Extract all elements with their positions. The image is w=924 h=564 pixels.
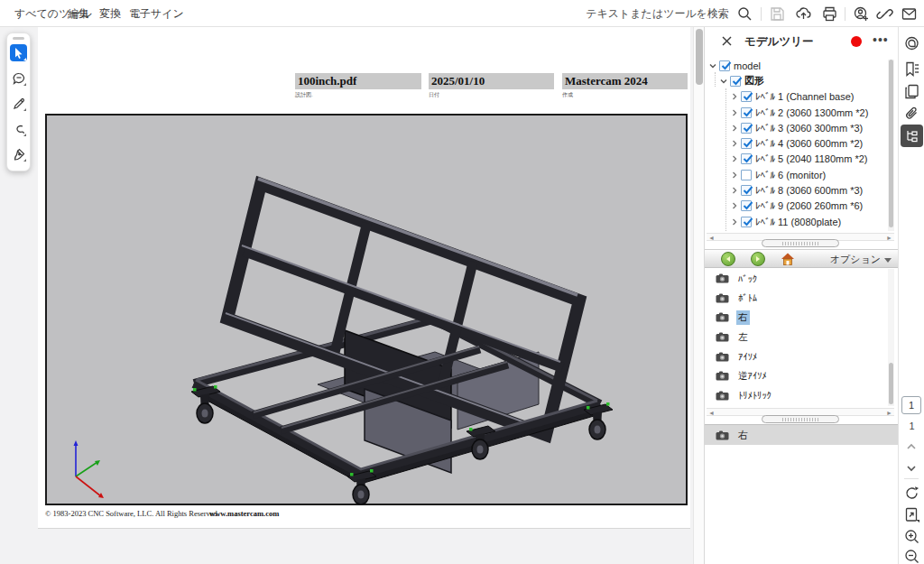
page-number-input[interactable]: 1 [901,396,921,414]
menu-esign[interactable]: 電子サイン [125,0,188,27]
website-link[interactable]: www.mastercam.com [209,509,279,518]
rotate-view-icon[interactable] [904,485,919,501]
visibility-checkbox[interactable] [741,170,752,180]
previous-page-chevron-icon[interactable] [907,442,916,451]
chevron-right-icon[interactable] [730,108,739,117]
more-options-icon[interactable]: ••• [873,32,889,47]
search-label[interactable]: テキストまたはツールを検索 [586,0,729,27]
scrollbar-thumb[interactable] [696,29,703,85]
tree-node[interactable]: ﾚﾍﾞﾙ 11 (8080plate) [705,214,885,229]
visibility-checkbox[interactable] [741,107,752,118]
visibility-checkbox[interactable] [741,185,752,196]
search-icon[interactable] [737,6,753,22]
attachments-icon[interactable] [904,106,919,122]
tree-node-label[interactable]: ﾚﾍﾞﾙ 8 (3060 600mm *3) [755,185,863,196]
chevron-right-icon[interactable] [730,217,739,227]
scroll-right-arrow-icon[interactable]: ► [886,410,892,416]
sign-tool-button[interactable] [10,145,27,162]
visibility-checkbox[interactable] [730,76,741,87]
view-list-item[interactable]: ﾊﾞｯｸ [705,269,885,289]
close-icon[interactable] [721,35,733,47]
comment-tool-button[interactable] [10,69,27,87]
link-icon[interactable] [877,6,892,22]
visibility-checkbox[interactable] [741,200,752,211]
view-list-item[interactable]: ｱｲｿﾒ [705,347,885,366]
chevron-right-icon[interactable] [730,186,739,195]
options-dropdown[interactable]: オプション [830,253,892,266]
views-scrollbar[interactable] [888,269,894,406]
share-person-add-icon[interactable] [854,6,869,22]
view-list-item[interactable]: 右 [705,308,885,328]
view-label[interactable]: 右 [736,310,750,325]
document-scrollbar[interactable] [693,27,704,564]
view-label[interactable]: ﾄﾘﾒﾄﾘｯｸ [736,389,773,402]
tree-node-label[interactable]: ﾚﾍﾞﾙ 4 (3060 600mm *2) [755,138,863,149]
scroll-left-arrow-icon[interactable]: ◄ [708,235,715,241]
view-label[interactable]: 左 [736,330,750,345]
visibility-checkbox[interactable] [741,123,752,134]
comments-icon[interactable] [904,36,919,51]
chevron-down-icon[interactable] [719,77,728,86]
chevron-right-icon[interactable] [730,139,739,148]
tree-node-label[interactable]: model [734,60,761,71]
upload-cloud-icon[interactable] [796,6,811,22]
view-list-item[interactable]: ﾄﾘﾒﾄﾘｯｸ [705,386,885,406]
current-view-bar[interactable]: 右 [705,424,899,445]
previous-view-button[interactable] [721,252,735,266]
tree-node[interactable]: ﾚﾍﾞﾙ 6 (monitor) [705,167,885,182]
zoom-out-icon[interactable] [904,549,919,564]
chevron-right-icon[interactable] [730,124,739,133]
visibility-checkbox[interactable] [741,138,752,149]
visibility-checkbox[interactable] [741,217,752,227]
tree-node[interactable]: ﾚﾍﾞﾙ 3 (3060 300mm *3) [705,120,885,135]
fit-page-icon[interactable] [904,507,919,522]
tree-node-label[interactable]: 図形 [744,74,764,88]
chevron-right-icon[interactable] [730,154,739,163]
bookmarks-icon[interactable] [904,61,919,77]
menu-edit[interactable]: 編集 [64,0,93,27]
pencil-tool-button[interactable] [10,95,27,112]
view-label[interactable]: ﾎﾞﾄﾑ [736,291,759,304]
email-icon[interactable] [901,6,917,22]
drag-handle[interactable] [13,37,24,40]
3d-viewport[interactable] [45,114,688,505]
tree-node[interactable]: ﾚﾍﾞﾙ 2 (3060 1300mm *2) [705,105,885,120]
view-label[interactable]: ｱｲｿﾒ [736,350,759,363]
model-tree-tab-active[interactable] [901,125,923,147]
home-view-icon[interactable] [781,252,795,266]
chevron-right-icon[interactable] [730,92,739,101]
tree-node-label[interactable]: ﾚﾍﾞﾙ 3 (3060 300mm *3) [755,123,863,134]
visibility-checkbox[interactable] [719,60,730,71]
scroll-right-arrow-icon[interactable]: ► [886,235,892,241]
scrollbar-thumb[interactable] [889,60,893,227]
view-list-item[interactable]: 逆ｱｲｿﾒ [705,366,885,386]
tree-node[interactable]: ﾚﾍﾞﾙ 8 (3060 600mm *3) [705,182,885,198]
tree-node[interactable]: ﾚﾍﾞﾙ 4 (3060 600mm *2) [705,135,885,151]
print-icon[interactable] [822,6,837,22]
menu-convert[interactable]: 変換 [96,0,125,27]
chevron-right-icon[interactable] [730,171,739,180]
tree-scrollbar[interactable] [888,60,894,231]
view-list-item[interactable]: 左 [705,328,885,347]
page-thumbnails-icon[interactable] [904,84,919,99]
tree-node-label[interactable]: ﾚﾍﾞﾙ 11 (8080plate) [755,217,841,227]
save-icon[interactable] [770,6,785,22]
next-view-button[interactable] [751,252,765,266]
tree-node-label[interactable]: ﾚﾍﾞﾙ 9 (2060 260mm *6) [755,200,863,211]
scrollbar-thumb[interactable] [889,363,893,404]
tree-node[interactable]: 図形 [705,73,885,88]
panel-splitter[interactable] [762,239,839,247]
view-list-item[interactable]: ﾎﾞﾄﾑ [705,289,885,309]
visibility-checkbox[interactable] [741,153,752,164]
tree-node-label[interactable]: ﾚﾍﾞﾙ 6 (monitor) [755,170,826,180]
draw-tool-button[interactable] [10,120,27,137]
scroll-left-arrow-icon[interactable]: ◄ [708,410,715,416]
visibility-checkbox[interactable] [741,91,752,102]
tree-node[interactable]: model [705,58,885,73]
view-label[interactable]: ﾊﾞｯｸ [736,273,759,285]
chevron-down-icon[interactable] [708,61,717,70]
zoom-in-icon[interactable] [904,529,919,544]
next-page-chevron-icon[interactable] [907,464,916,473]
panel-splitter[interactable] [762,415,839,423]
view-label[interactable]: 逆ｱｲｿﾒ [736,369,769,384]
